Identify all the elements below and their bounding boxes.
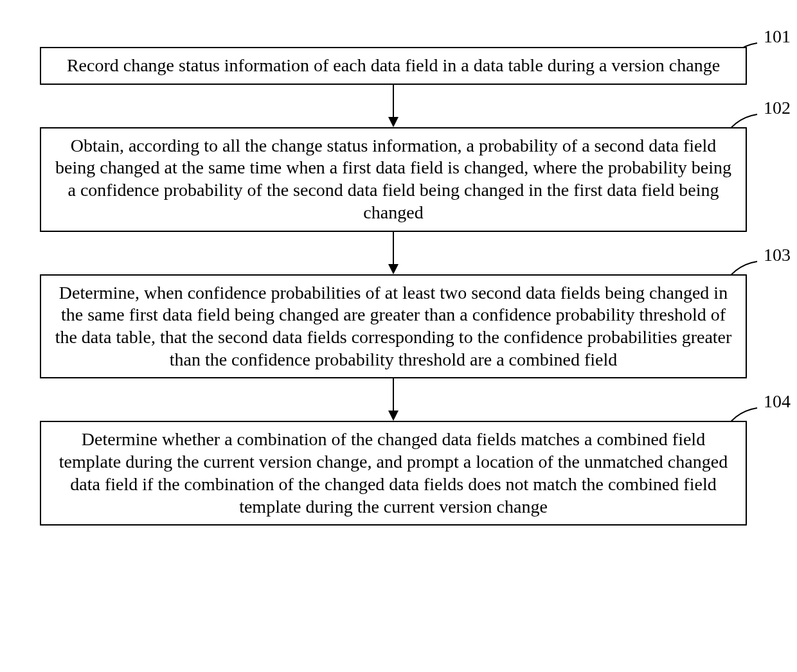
flowchart-container: 101 Record change status information of …	[40, 22, 753, 526]
arrow-103-104	[384, 378, 403, 421]
flow-step-101: Record change status information of each…	[40, 47, 747, 85]
flow-step-102: Obtain, according to all the change stat…	[40, 127, 747, 232]
step-label-104: 104	[764, 391, 791, 412]
svg-marker-3	[388, 264, 398, 274]
step-text: Record change status information of each…	[67, 55, 720, 75]
step-text: Determine, when confidence probabilities…	[55, 283, 732, 369]
flow-step-103: Determine, when confidence probabilities…	[40, 274, 747, 379]
arrow-101-102	[384, 85, 403, 127]
step-label-102: 102	[764, 98, 791, 118]
step-text: Determine whether a combination of the c…	[59, 429, 728, 516]
svg-marker-1	[388, 117, 398, 127]
flow-step-104: Determine whether a combination of the c…	[40, 421, 747, 526]
step-label-103: 103	[764, 245, 791, 265]
arrow-102-103	[384, 232, 403, 274]
svg-marker-5	[388, 411, 398, 421]
step-label-101: 101	[764, 26, 791, 47]
step-text: Obtain, according to all the change stat…	[55, 136, 731, 222]
